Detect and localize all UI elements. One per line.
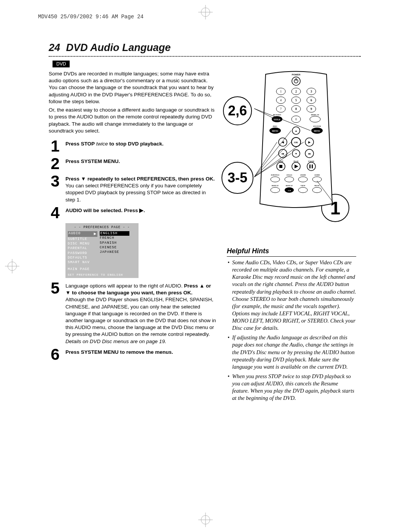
menu2-label: MENU	[314, 130, 320, 132]
intro-paragraph-2: Or, the easiest way to choose a differen…	[49, 107, 216, 134]
svg-rect-41	[279, 165, 282, 168]
zoom-label: ZOOM	[300, 174, 306, 176]
title-label: TITLE	[274, 118, 280, 121]
mute-label: MUTE	[314, 185, 320, 187]
svg-rect-46	[312, 165, 313, 168]
pause-label: PAUSE	[308, 160, 315, 162]
callout-steps-3-5: 3-5	[221, 162, 253, 194]
repeat2-label: REPEAT	[286, 185, 293, 187]
hint-item: If adjusting the Audio language as descr…	[227, 334, 356, 371]
svg-point-48	[285, 177, 294, 182]
svg-text:7: 7	[280, 107, 282, 111]
svg-text:0: 0	[295, 118, 297, 121]
svg-point-44	[307, 162, 315, 171]
svg-point-54	[312, 187, 322, 193]
svg-text:▼: ▼	[295, 152, 298, 155]
svg-text:⏭: ⏭	[308, 152, 311, 155]
section-tag: DVD	[53, 61, 70, 67]
step-2: 2 Press SYSTEM MENU.	[49, 156, 216, 172]
svg-rect-45	[309, 165, 311, 168]
step-4: 4 AUDIO will be selected. Press ▶.	[49, 205, 216, 221]
print-header: MDV450 25/09/2002 9:46 AM Page 24	[38, 14, 143, 20]
svg-text:▶: ▶	[308, 141, 311, 144]
return-label: RETURN	[273, 114, 281, 116]
system-label: SYSTEM	[313, 125, 321, 127]
svg-text:6: 6	[311, 99, 312, 102]
ok-label: OK	[294, 141, 298, 144]
svg-text:2: 2	[295, 90, 297, 93]
play-label: PLAY	[293, 160, 299, 162]
remote-svg: POWER 1 2 3 4 5 6 7 8 9 RETU	[254, 70, 338, 211]
helpful-hints: Helpful Hints Some Audio CDs, Video CDs,…	[227, 247, 356, 402]
svg-text:4: 4	[280, 99, 282, 102]
svg-point-49	[298, 177, 307, 182]
callout-steps-2-6: 2,6	[223, 96, 252, 125]
step-6: 6 Press SYSTEM MENU to remove the menus.	[49, 347, 216, 363]
step-3: 3 Press ▼ repeatedly to select PREFERENC…	[49, 173, 216, 203]
svg-text:5: 5	[295, 99, 297, 102]
intro-paragraph-1: Some DVDs are recorded in multiple langu…	[49, 70, 216, 105]
svg-text:⏮: ⏮	[282, 152, 284, 155]
audio-label: AUDIO	[314, 174, 320, 176]
step-1: 1 Press STOP twice to stop DVD playback.	[49, 138, 216, 154]
preferences-osd: - - PREFERENCES PAGE - - AUDIO▶ SUBTITLE…	[65, 223, 139, 278]
remote-illustration: 2,6 3-5 1 POWER 1 2 3	[227, 70, 356, 223]
angle-label: ANGLE	[286, 174, 292, 176]
power-label: POWER	[292, 73, 301, 76]
svg-point-53	[298, 187, 307, 193]
hint-item: Some Audio CDs, Video CDs, or Super Vide…	[227, 259, 356, 332]
svg-text:9: 9	[311, 107, 312, 111]
page-number: 24	[49, 42, 60, 53]
svg-text:1: 1	[280, 90, 282, 93]
view-label: VIEW	[301, 185, 306, 187]
svg-point-50	[312, 177, 322, 182]
svg-point-47	[271, 177, 280, 182]
ab-label: A-B	[288, 190, 291, 192]
svg-text:3: 3	[311, 90, 312, 93]
step-5: 5 Language options will appear to the ri…	[49, 280, 216, 345]
svg-point-24	[310, 116, 320, 122]
svg-text:8: 8	[295, 107, 297, 111]
hints-title: Helpful Hints	[227, 247, 356, 257]
menu1-label: MENU	[272, 130, 279, 132]
title-separator	[49, 56, 361, 57]
svg-text:▲: ▲	[295, 129, 298, 133]
repeat-label: REPEAT	[272, 185, 279, 187]
page-title-row: 24 DVD Audio Language	[49, 42, 361, 54]
disc-label: DISC	[273, 125, 277, 127]
hint-item: When you press STOP twice to stop DVD pl…	[227, 373, 356, 402]
manual-page: 24 DVD Audio Language DVD Some DVDs are …	[49, 42, 361, 404]
display-label: DISPLAY	[311, 114, 319, 116]
main-content: Some DVDs are recorded in multiple langu…	[49, 70, 216, 364]
subtitle-label: SUBTITLE	[271, 174, 280, 176]
page-title: DVD Audio Language	[66, 42, 171, 53]
svg-point-51	[271, 187, 280, 193]
